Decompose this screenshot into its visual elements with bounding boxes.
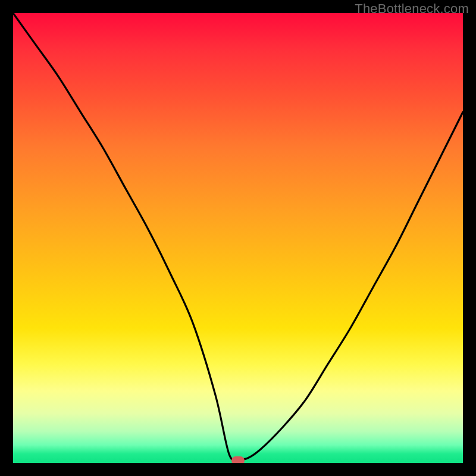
watermark-text: TheBottleneck.com	[355, 1, 469, 17]
curve-path	[13, 13, 463, 460]
bottleneck-curve	[13, 13, 463, 463]
chart-frame: TheBottleneck.com	[0, 0, 476, 476]
optimal-point-marker	[231, 456, 245, 463]
plot-area	[13, 13, 463, 463]
